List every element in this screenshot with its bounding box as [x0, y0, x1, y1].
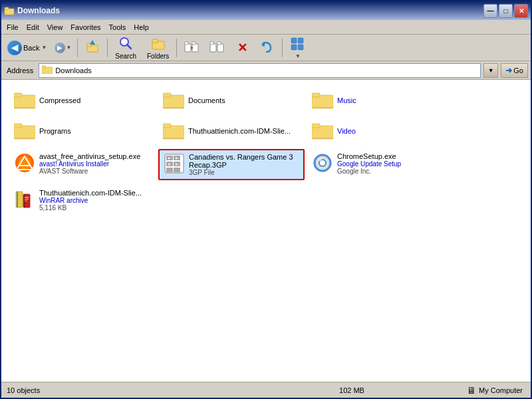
svg-rect-70 — [25, 201, 27, 201]
window-controls: — □ ✕ — [483, 4, 528, 18]
svg-marker-4 — [90, 40, 95, 45]
svg-line-6 — [127, 45, 131, 49]
views-button[interactable]: ▼ — [285, 37, 309, 59]
separator-1 — [77, 39, 78, 57]
menu-file[interactable]: File — [3, 22, 23, 33]
svg-rect-69 — [25, 199, 29, 200]
menu-favorites[interactable]: Favorites — [66, 22, 104, 33]
forward-button[interactable]: ▶ ▼ — [51, 37, 74, 59]
close-button[interactable]: ✕ — [514, 4, 528, 18]
folders-button[interactable]: Folders — [142, 37, 174, 59]
address-bar: Address Downloads ▼ ➜ Go — [1, 61, 531, 80]
undo-button[interactable] — [255, 37, 279, 59]
chrome-mfr: Google Inc. — [337, 168, 401, 175]
status-size: 102 MB — [237, 386, 467, 394]
address-label: Address — [4, 66, 36, 74]
folder-thuthuattienich[interactable]: Thuthuattienich.com-IDM-Slie... — [158, 118, 305, 144]
back-label: Back — [23, 44, 39, 52]
winrar-icon — [14, 189, 35, 210]
winrar-info: Thuthuattienich.com-IDM-Slie... WinRAR a… — [39, 189, 142, 211]
go-arrow-icon: ➜ — [505, 66, 512, 75]
folder-music[interactable]: Music — [307, 88, 454, 113]
minimize-button[interactable]: — — [483, 4, 497, 18]
back-circle-icon: ◀ — [7, 41, 22, 55]
search-icon — [118, 36, 133, 52]
file-chrome[interactable]: ChromeSetup.exe Google Update Setup Goog… — [307, 149, 454, 180]
views-dropdown-icon: ▼ — [295, 53, 301, 59]
svg-rect-16 — [210, 42, 213, 45]
avast-desc: avast! Antivirus Installer — [39, 160, 140, 168]
video-info: Canadiens vs. Rangers Game 3 Recap.3GP 3… — [189, 153, 299, 176]
svg-rect-12 — [192, 42, 196, 45]
video-file-icon — [164, 153, 185, 174]
folder-icon — [14, 122, 35, 140]
file-winrar[interactable]: Thuthuattienich.com-IDM-Slie... WinRAR a… — [9, 186, 156, 215]
go-button[interactable]: ➜ Go — [501, 63, 528, 78]
file-items-row2: Thuthuattienich.com-IDM-Slie... WinRAR a… — [7, 183, 525, 217]
folder-thuthuattienich-name: Thuthuattienich.com-IDM-Slie... — [188, 127, 291, 135]
status-objects: 10 objects — [4, 386, 237, 394]
svg-rect-22 — [291, 45, 297, 50]
svg-rect-8 — [152, 39, 158, 43]
svg-point-62 — [320, 160, 325, 166]
undo-icon — [260, 40, 275, 56]
up-button[interactable] — [80, 37, 104, 59]
video-type: 3GP File — [189, 169, 299, 176]
svg-rect-34 — [312, 107, 333, 108]
file-video[interactable]: Canadiens vs. Rangers Game 3 Recap.3GP 3… — [158, 149, 305, 180]
move-icon — [184, 40, 199, 56]
delete-button[interactable]: ✕ — [230, 37, 254, 59]
folder-compressed[interactable]: Compressed — [9, 88, 156, 113]
window-title: Downloads — [17, 6, 483, 15]
status-location-text: My Computer — [479, 386, 523, 394]
delete-icon: ✕ — [237, 41, 247, 55]
address-text[interactable]: Downloads — [55, 66, 477, 74]
separator-4 — [282, 39, 283, 57]
file-avast[interactable]: avast_free_antivirus_setup.exe avast! An… — [9, 149, 156, 180]
copy-button[interactable] — [205, 37, 229, 59]
menu-view[interactable]: View — [43, 22, 67, 33]
chrome-desc: Google Update Setup — [337, 160, 401, 168]
svg-rect-18 — [217, 42, 221, 45]
title-bar: Downloads — □ ✕ — [1, 1, 531, 20]
maximize-button[interactable]: □ — [499, 4, 513, 18]
folder-music-name[interactable]: Music — [337, 96, 356, 104]
search-label: Search — [115, 53, 136, 60]
folder-icon — [312, 91, 333, 110]
folder-icon — [163, 91, 184, 110]
main-window: Downloads — □ ✕ File Edit View Favorites… — [0, 0, 532, 399]
svg-rect-43 — [312, 138, 333, 139]
menu-help[interactable]: Help — [130, 22, 153, 33]
separator-3 — [176, 39, 177, 57]
forward-icon: ▶ — [55, 43, 65, 53]
status-bar: 10 objects 102 MB 🖥 My Computer — [1, 382, 531, 398]
svg-rect-10 — [185, 42, 188, 45]
folder-video[interactable]: Video — [307, 118, 454, 144]
address-input-wrap: Downloads — [39, 63, 481, 78]
folder-video-name[interactable]: Video — [337, 127, 356, 135]
address-dropdown-button[interactable]: ▼ — [483, 63, 498, 78]
back-button[interactable]: ◀ Back ▼ — [4, 37, 50, 59]
svg-rect-42 — [312, 124, 320, 128]
svg-rect-21 — [298, 38, 303, 43]
svg-rect-20 — [291, 38, 297, 43]
folder-icon — [163, 122, 184, 140]
svg-rect-9 — [185, 44, 191, 52]
winrar-size: 5,116 KB — [39, 204, 142, 211]
back-dropdown-icon: ▼ — [41, 45, 47, 51]
avast-icon — [14, 152, 35, 174]
svg-rect-65 — [17, 192, 18, 207]
menu-tools[interactable]: Tools — [105, 22, 130, 33]
folders-label: Folders — [147, 53, 169, 60]
folder-documents[interactable]: Documents — [158, 88, 305, 113]
folder-programs[interactable]: Programs — [9, 118, 156, 144]
content-area[interactable]: Compressed Documents Music — [1, 80, 531, 382]
search-button[interactable]: Search — [110, 37, 141, 59]
svg-rect-1 — [5, 7, 9, 10]
views-icon — [290, 37, 305, 53]
svg-rect-15 — [210, 44, 216, 52]
winrar-name: Thuthuattienich.com-IDM-Slie... — [39, 189, 142, 197]
folder-documents-name: Documents — [188, 96, 225, 104]
menu-edit[interactable]: Edit — [23, 22, 43, 33]
move-button[interactable] — [180, 37, 203, 59]
